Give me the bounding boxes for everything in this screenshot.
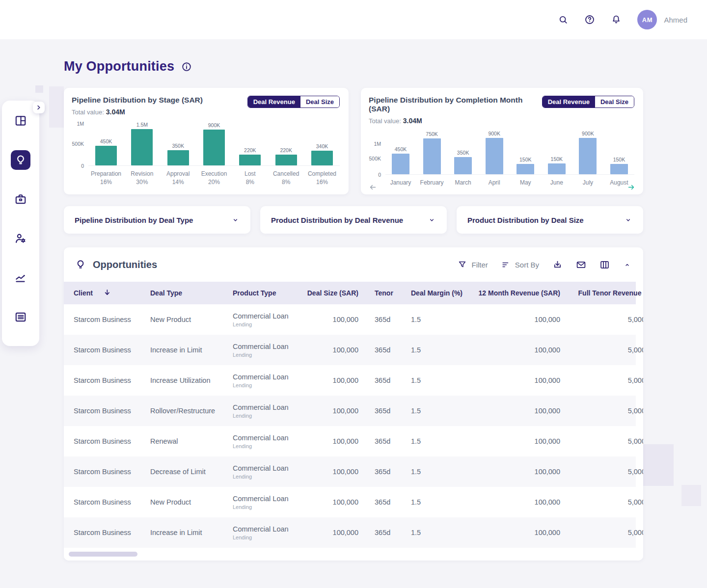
table-cell: 100,000 bbox=[462, 335, 560, 365]
table-cell: 100,000 bbox=[462, 487, 560, 517]
table-cell: 100,000 bbox=[307, 517, 358, 548]
panel-deal-type[interactable]: Pipeline Distribution by Deal Type bbox=[64, 206, 250, 234]
notifications-button[interactable] bbox=[611, 14, 622, 25]
info-icon bbox=[181, 61, 192, 72]
scrollbar-thumb[interactable] bbox=[69, 552, 137, 557]
product-subtype: Lending bbox=[233, 413, 307, 419]
column-header[interactable]: Client bbox=[74, 282, 150, 304]
page-title: My Opportunities bbox=[64, 59, 174, 74]
help-button[interactable] bbox=[584, 14, 595, 25]
search-button[interactable] bbox=[558, 15, 569, 25]
deal-revenue-toggle[interactable]: Deal Revenue bbox=[543, 96, 595, 107]
bar-group[interactable]: 350K bbox=[161, 122, 196, 165]
column-header[interactable]: Full Tenor Revenue ( bbox=[560, 282, 643, 304]
column-header[interactable]: Deal Size (SAR) bbox=[307, 282, 358, 304]
bar-group[interactable]: 900K bbox=[196, 122, 232, 165]
columns-icon bbox=[599, 260, 610, 270]
y-axis: 0500K1M bbox=[72, 122, 88, 166]
deal-revenue-toggle[interactable]: Deal Revenue bbox=[248, 96, 300, 107]
y-axis: 0500K1M bbox=[369, 131, 385, 175]
table-cell: 5,000 bbox=[560, 396, 643, 426]
bar-category-label: Approval14% bbox=[161, 170, 196, 187]
deal-size-toggle[interactable]: Deal Size bbox=[595, 96, 634, 107]
table-row[interactable]: Starcom BusinessDecrease of LimitCommerc… bbox=[64, 456, 636, 487]
panel-product-revenue[interactable]: Product Distribution by Deal Revenue bbox=[260, 206, 447, 234]
bar-group[interactable]: 900K bbox=[479, 131, 510, 174]
filter-button[interactable]: Filter bbox=[458, 260, 488, 269]
bar-group[interactable]: 220K bbox=[232, 122, 268, 165]
bar-group[interactable]: 450K bbox=[88, 122, 124, 165]
column-header-label: Deal Margin (%) bbox=[411, 289, 462, 297]
bar-group[interactable]: 340K bbox=[304, 122, 340, 165]
chart-title: Pipeline Distribution by Completion Mont… bbox=[369, 96, 542, 113]
bar-group[interactable]: 1.5M bbox=[124, 122, 160, 165]
table-row[interactable]: Starcom BusinessIncrease in LimitCommerc… bbox=[64, 517, 636, 548]
table-row[interactable]: Starcom BusinessNew ProductCommercial Lo… bbox=[64, 304, 636, 335]
bar-group[interactable]: 750K bbox=[417, 131, 447, 174]
table-row[interactable]: Starcom BusinessNew ProductCommercial Lo… bbox=[64, 487, 636, 517]
column-header[interactable]: Tenor bbox=[358, 282, 403, 304]
column-header[interactable]: Product Type bbox=[233, 282, 307, 304]
email-button[interactable] bbox=[576, 260, 586, 270]
table-cell: 100,000 bbox=[462, 456, 560, 487]
month-bar-chart: 0500K1M 450K750K350K900K150K150K900K150K… bbox=[369, 131, 634, 187]
bar-group[interactable]: 150K bbox=[542, 131, 572, 174]
sidebar-expand-button[interactable] bbox=[33, 102, 45, 113]
bar-category-label: Cancelled8% bbox=[269, 170, 304, 187]
sidebar-item-analytics[interactable] bbox=[11, 268, 30, 288]
table-cell: Commercial LoanLending bbox=[233, 426, 307, 456]
bg-decoration-square-small bbox=[35, 85, 43, 93]
avatar[interactable]: AM bbox=[637, 10, 657, 29]
sidebar-item-reports[interactable] bbox=[11, 307, 30, 327]
bg-decoration-rect-small bbox=[681, 485, 701, 506]
bar-group[interactable]: 450K bbox=[385, 131, 416, 174]
prev-months-button[interactable] bbox=[369, 183, 377, 191]
table-row[interactable]: Starcom BusinessIncrease in LimitCommerc… bbox=[64, 335, 636, 365]
column-header-label: Tenor bbox=[375, 289, 393, 297]
table-row[interactable]: Starcom BusinessIncrease UtilizationComm… bbox=[64, 365, 636, 396]
mail-icon bbox=[576, 260, 586, 270]
bar-group[interactable]: 220K bbox=[269, 122, 304, 165]
columns-button[interactable] bbox=[599, 260, 610, 270]
column-header[interactable]: Deal Type bbox=[150, 282, 233, 304]
table-cell: 5,000 bbox=[560, 487, 643, 517]
sidebar-item-opportunities[interactable] bbox=[11, 150, 30, 170]
section-title: Opportunities bbox=[93, 259, 157, 270]
bar bbox=[517, 164, 534, 174]
column-header[interactable]: Deal Margin (%) bbox=[403, 282, 462, 304]
opportunities-card: Opportunities Filter Sort By bbox=[64, 247, 643, 561]
bar-group[interactable]: 150K bbox=[604, 131, 634, 174]
table-cell: 1.5 bbox=[403, 426, 462, 456]
bar-group[interactable]: 150K bbox=[510, 131, 541, 174]
stage-bar-chart: 0500K1M 450K1.5M350K900K220K220K340K Pre… bbox=[72, 122, 340, 187]
bar-value-label: 150K bbox=[551, 156, 563, 162]
panel-product-size[interactable]: Product Distribution by Deal Size bbox=[457, 206, 643, 234]
table-cell: Commercial LoanLending bbox=[233, 304, 307, 335]
table-cell: Increase Utilization bbox=[150, 365, 233, 396]
chart-title: Pipeline Distribution by Stage (SAR) bbox=[72, 96, 203, 105]
sidebar-item-clients[interactable] bbox=[11, 229, 30, 248]
bar-value-label: 1.5M bbox=[136, 122, 148, 128]
table-row[interactable]: Starcom BusinessRollover/RestructureComm… bbox=[64, 396, 636, 426]
bar-group[interactable]: 350K bbox=[448, 131, 478, 174]
table-row[interactable]: Starcom BusinessRenewalCommercial LoanLe… bbox=[64, 426, 636, 456]
deal-size-toggle[interactable]: Deal Size bbox=[300, 96, 339, 107]
table-cell: Starcom Business bbox=[74, 396, 150, 426]
sort-by-button[interactable]: Sort By bbox=[501, 260, 539, 269]
briefcase-icon bbox=[14, 193, 27, 206]
download-button[interactable] bbox=[552, 260, 563, 270]
product-subtype: Lending bbox=[233, 474, 307, 480]
bar-value-label: 150K bbox=[613, 157, 625, 162]
page-info-button[interactable] bbox=[181, 61, 192, 72]
product-subtype: Lending bbox=[233, 321, 307, 327]
plot-area: 450K750K350K900K150K150K900K150K bbox=[385, 131, 634, 175]
y-tick-label: 0 bbox=[81, 163, 84, 169]
bar-group[interactable]: 900K bbox=[572, 131, 603, 174]
collapse-button[interactable] bbox=[623, 261, 631, 269]
next-months-button[interactable] bbox=[627, 183, 635, 191]
column-header[interactable]: 12 Month Revenue (SAR) bbox=[462, 282, 560, 304]
sidebar-item-portfolio[interactable] bbox=[11, 189, 30, 209]
sidebar-item-dashboard[interactable] bbox=[11, 111, 30, 131]
table-cell: 5,000 bbox=[560, 335, 643, 365]
table-cell: 365d bbox=[358, 365, 403, 396]
